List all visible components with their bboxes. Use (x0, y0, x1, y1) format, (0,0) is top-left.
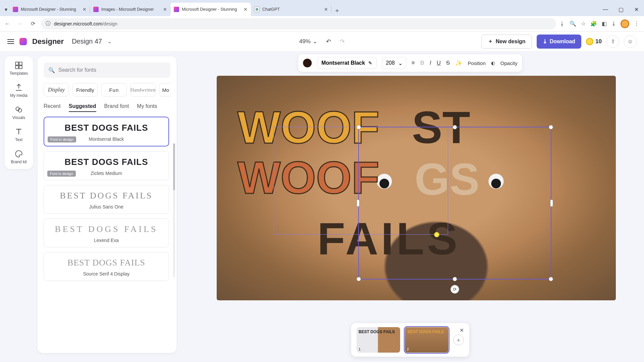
scrollbar[interactable] (173, 143, 175, 278)
page-number: 2 (407, 347, 409, 351)
zoom-dropdown[interactable]: 49%⌄ (299, 38, 317, 45)
tab-search-icon[interactable]: ▾ (3, 3, 9, 16)
zoom-icon[interactable]: 🔍 (570, 20, 576, 27)
add-page-button[interactable]: ＋ (453, 335, 464, 345)
font-picker[interactable]: Montserrat Black ✎ (317, 57, 377, 69)
resize-handle[interactable] (453, 125, 457, 129)
opacity-icon: ◐ (491, 60, 495, 66)
browser-tab[interactable]: Images - Microsoft Designer ✕ (90, 3, 170, 16)
close-icon[interactable]: ✕ (457, 326, 466, 335)
text-color-swatch[interactable] (303, 59, 312, 67)
design-canvas[interactable]: WOOF ST WOOF GS FAILS ⟳ (217, 76, 616, 300)
close-icon[interactable]: ✕ (324, 7, 328, 12)
bookmark-icon[interactable]: ☆ (581, 20, 586, 27)
align-icon[interactable]: ≡ (412, 60, 415, 66)
resize-handle[interactable] (357, 199, 360, 207)
font-card[interactable]: BEST DOGS FAILS Montserrat Black Font in… (44, 117, 169, 146)
font-card[interactable]: BEST DOGS FAILS Julius Sans One (44, 185, 169, 214)
palette-icon (14, 149, 23, 158)
svg-rect-1 (19, 62, 22, 65)
share-icon[interactable]: ⇪ (606, 35, 619, 48)
coin-icon (586, 38, 593, 45)
new-tab-button[interactable]: ＋ (331, 5, 343, 16)
chevron-down-icon[interactable]: ⌄ (107, 38, 112, 45)
minimize-icon[interactable]: — (598, 3, 613, 16)
rail-templates[interactable]: Templates (10, 61, 28, 76)
whats-new-icon[interactable]: ◧ (602, 20, 607, 27)
header-actions: ＋ New design ⤓ Download 10 ⇪ ☺ (481, 35, 637, 49)
zoom-controls: 49%⌄ ↶ ↷ (299, 38, 345, 45)
site-info-icon[interactable]: ⓘ (46, 20, 51, 27)
page-thumbnail[interactable]: BEST DOGS FAILS 1 (357, 327, 400, 353)
brand-name: Designer (32, 37, 64, 46)
install-app-icon[interactable]: ⭳ (559, 21, 565, 27)
tab-brand-font[interactable]: Brand font (104, 103, 129, 112)
close-icon[interactable]: ✕ (83, 7, 87, 12)
selection-outline[interactable]: ⟳ (358, 127, 551, 280)
redo-button[interactable]: ↷ (340, 38, 345, 45)
menu-icon[interactable]: ⋮ (634, 20, 639, 27)
font-sample: BEST DOGS FAILS (49, 191, 164, 201)
strikethrough-icon[interactable]: S (446, 60, 450, 66)
new-design-button[interactable]: ＋ New design (481, 35, 532, 49)
bold-icon[interactable]: B (420, 60, 424, 66)
font-tabs: Recent Suggested Brand font My fonts (44, 103, 170, 112)
italic-icon[interactable]: I (430, 60, 431, 66)
back-icon[interactable]: ← (3, 19, 12, 28)
resize-handle[interactable] (357, 125, 361, 129)
tab-title: Microsoft Designer - Stunning (182, 7, 241, 12)
menu-button[interactable] (7, 39, 14, 44)
position-button[interactable]: Position (468, 60, 485, 66)
page-thumbnail-active[interactable]: BEST DOGS FAILS 2 (405, 327, 448, 353)
resize-handle[interactable] (550, 199, 553, 207)
favicon-icon (93, 7, 99, 12)
maximize-icon[interactable]: ▢ (613, 3, 629, 16)
resize-handle[interactable] (549, 125, 553, 129)
close-icon[interactable]: ✕ (163, 7, 167, 12)
download-button[interactable]: ⤓ Download (537, 35, 581, 49)
resize-handle[interactable] (549, 277, 553, 281)
font-card[interactable]: BEST DOGS FAILS Ziclets Medium Font in d… (44, 151, 169, 180)
effects-icon[interactable]: ✨ (455, 60, 462, 67)
rail-my-media[interactable]: My media (10, 83, 28, 98)
close-icon[interactable]: ✕ (244, 7, 248, 12)
credits-pill[interactable]: 10 (586, 38, 602, 45)
url-input[interactable]: ⓘ designer.microsoft.com/design (41, 18, 556, 29)
account-icon[interactable]: ☺ (624, 35, 637, 48)
tab-recent[interactable]: Recent (44, 103, 61, 112)
chip-more[interactable]: Mo (159, 83, 170, 97)
profile-avatar-icon[interactable] (621, 19, 629, 28)
tab-my-fonts[interactable]: My fonts (137, 103, 157, 112)
font-card[interactable]: BEST DOGS FAILS Lexend Exa (44, 219, 169, 247)
browser-tab[interactable]: Microsoft Designer - Stunning ✕ (9, 3, 90, 16)
browser-tab-active[interactable]: Microsoft Designer - Stunning ✕ (170, 3, 251, 16)
browser-tab[interactable]: ChatGPT ✕ (251, 3, 331, 16)
chip-friendly[interactable]: Friendly (72, 83, 98, 97)
underline-icon[interactable]: U (437, 60, 441, 66)
chip-handwritten[interactable]: Handwritten (130, 83, 156, 97)
undo-button[interactable]: ↶ (326, 38, 331, 45)
resize-handle[interactable] (453, 277, 457, 281)
visuals-icon (14, 105, 23, 114)
rail-visuals[interactable]: Visuals (12, 105, 25, 120)
extensions-icon[interactable]: 🧩 (590, 20, 597, 27)
search-input[interactable]: 🔍 Search for fonts (44, 62, 170, 78)
close-window-icon[interactable]: ✕ (629, 3, 644, 16)
tab-suggested[interactable]: Suggested (69, 103, 96, 112)
rail-text[interactable]: Text (14, 127, 23, 142)
chip-fun[interactable]: Fun (101, 83, 127, 97)
font-size-input[interactable]: 208 ⌄ (382, 57, 406, 69)
downloads-icon[interactable]: ⤓ (611, 20, 616, 27)
address-bar: ← → ⟳ ⓘ designer.microsoft.com/design ⭳ … (0, 16, 644, 32)
rotate-handle[interactable]: ⟳ (450, 285, 459, 294)
opacity-button[interactable]: Opacity (500, 60, 518, 66)
reload-icon[interactable]: ⟳ (28, 19, 38, 28)
chip-display[interactable]: Display (44, 83, 69, 97)
forward-icon[interactable]: → (15, 19, 25, 28)
font-card[interactable]: BEST DOGS FAILS Source Serif 4 Display (44, 252, 169, 281)
svg-rect-0 (15, 62, 18, 65)
svg-rect-2 (15, 66, 18, 69)
rail-brand-kit[interactable]: Brand kit (11, 149, 26, 164)
document-name[interactable]: Design 47 (72, 38, 102, 45)
resize-handle[interactable] (357, 277, 361, 281)
